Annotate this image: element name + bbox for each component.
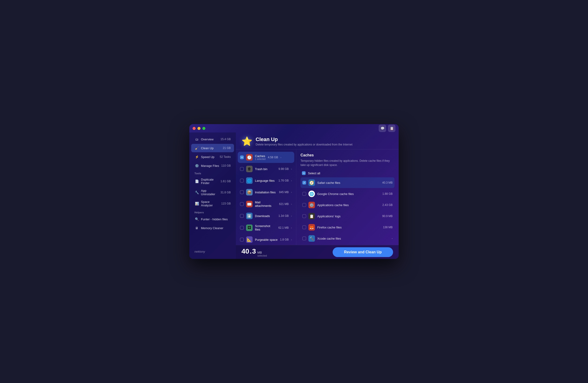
cache-name-chrome: Google Chrome cache files: [317, 192, 380, 196]
category-checkbox-mailattachments[interactable]: [240, 202, 244, 206]
memorycleaner-icon: 🖥: [194, 226, 199, 230]
cache-size-xcode: -: [392, 237, 393, 240]
cache-item-applogs[interactable]: 📋 Applications' logs 90.9 MB: [300, 211, 395, 221]
category-item-trashbin[interactable]: 🗑 Trash bin 9.98 GB ›: [238, 163, 294, 174]
funter-icon: 🔍: [194, 217, 199, 221]
category-checkbox-languagefiles[interactable]: [240, 179, 244, 182]
sidebar-item-cleanup[interactable]: 🧹 Clean Up 21 GB: [191, 144, 234, 152]
cache-checkbox-firefox[interactable]: [302, 225, 306, 229]
sidebar-label-cleanup: Clean Up: [201, 146, 221, 150]
mailattachments-arrow: ›: [291, 203, 292, 206]
title-bar: 💬 📋: [189, 124, 399, 133]
cache-checkbox-applogs[interactable]: [302, 214, 306, 218]
category-checkbox-caches[interactable]: −: [240, 155, 244, 159]
size-dot: .: [250, 247, 252, 255]
select-all-row[interactable]: − Select all: [300, 170, 395, 176]
cache-item-appcache[interactable]: ⚙️ Applications cache files 2.43 GB: [300, 200, 395, 210]
header-icons: 💬 📋: [379, 125, 395, 132]
sidebar-value-appuninstaller: 31.8 GB: [220, 191, 231, 194]
cache-size-safari: 40.3 MB: [382, 181, 393, 184]
category-checkbox-purgeablespace[interactable]: [240, 238, 244, 241]
tools-section-title: Tools: [189, 170, 236, 176]
sidebar-value-managefiles: 110 GB: [221, 164, 231, 167]
cache-checkbox-xcode[interactable]: [302, 237, 306, 240]
sidebar: 🗂 Overview 15.4 GB 🧹 Clean Up 21 GB ⚡ Sp…: [189, 133, 236, 259]
category-item-mailattachments[interactable]: ✉️ Mail attachments 621 MB ›: [238, 198, 294, 210]
purgeablespace-icon: 📐: [246, 236, 252, 243]
category-name-downloads: Downloads: [255, 214, 276, 218]
chrome-app-icon: 🌐: [308, 191, 315, 197]
size-decimal: 3: [252, 247, 256, 255]
maximize-button[interactable]: [202, 127, 205, 130]
screenshotfiles-size: 62.1 MB: [278, 226, 289, 230]
category-checkbox-downloads[interactable]: [240, 214, 244, 218]
category-name-screenshotfiles: Screenshot files: [255, 224, 276, 231]
sidebar-item-funter[interactable]: 🔍 Funter - hidden files: [191, 215, 234, 223]
category-item-screenshotfiles[interactable]: 🖼 Screenshot files 62.1 MB ›: [238, 222, 294, 233]
sidebar-item-managefiles[interactable]: ⚙️ Manage Files 110 GB: [191, 162, 234, 170]
logo: nektony: [189, 247, 236, 257]
list-icon-button[interactable]: 📋: [388, 125, 395, 132]
page-header-text: Clean Up Delete temporary files created …: [256, 136, 352, 146]
caches-arrow: ›: [280, 156, 281, 159]
appuninstaller-icon: 🔧: [194, 190, 199, 195]
sidebar-item-spaceanalyzer[interactable]: 📊 Space Analyzer 115 GB: [191, 198, 234, 209]
managefiles-icon: ⚙️: [194, 163, 199, 168]
duplicatefinder-icon: 📄: [194, 179, 199, 184]
mailattachments-icon: ✉️: [246, 201, 252, 207]
cache-name-safari: Safari cache files: [317, 181, 380, 185]
chat-icon: 💬: [380, 126, 384, 130]
downloads-size: 1.34 GB: [278, 214, 289, 217]
chat-icon-button[interactable]: 💬: [379, 125, 386, 132]
cache-item-firefox[interactable]: 🦊 Firefox cache files 138 MB: [300, 222, 395, 233]
cache-size-firefox: 138 MB: [383, 226, 393, 229]
cache-item-xcode[interactable]: 🔨 Xcode cache files -: [300, 233, 395, 244]
cache-item-chrome[interactable]: 🌐 Google Chrome cache files 1.88 GB: [300, 189, 395, 199]
minimize-button[interactable]: [197, 127, 201, 130]
size-unit: MB: [257, 251, 267, 254]
cache-checkbox-appcache[interactable]: [302, 203, 306, 207]
purgeablespace-size: 1.8 GB: [280, 238, 289, 241]
sidebar-label-appuninstaller: App Uninstaller: [201, 189, 219, 196]
sidebar-value-speedup: 52 Tasks: [220, 155, 231, 158]
category-item-caches[interactable]: − 🕐 Caches 1 selected 4.58 GB ›: [238, 152, 294, 163]
cache-size-applogs: 90.9 MB: [382, 214, 393, 218]
cache-item-safari[interactable]: ✓ 🧭 Safari cache files 40.3 MB: [300, 177, 395, 188]
sidebar-item-memorycleaner[interactable]: 🖥 Memory Cleaner: [191, 224, 234, 232]
cache-checkbox-chrome[interactable]: [302, 192, 306, 196]
trashbin-icon: 🗑: [246, 166, 252, 172]
purgeablespace-arrow: ›: [291, 238, 292, 241]
trashbin-arrow: ›: [291, 168, 292, 170]
sidebar-item-overview[interactable]: 🗂 Overview 15.4 GB: [191, 135, 234, 143]
category-checkbox-installationfiles[interactable]: [240, 190, 244, 194]
installationfiles-icon: 📦: [246, 189, 252, 195]
select-all-checkbox[interactable]: −: [302, 171, 306, 175]
sidebar-value-spaceanalyzer: 115 GB: [221, 202, 231, 205]
category-checkbox-trashbin[interactable]: [240, 167, 244, 171]
cache-name-appcache: Applications cache files: [317, 203, 380, 207]
review-clean-up-button[interactable]: Review and Clean Up: [333, 247, 393, 257]
screenshotfiles-arrow: ›: [291, 226, 292, 229]
sidebar-value-duplicatefinder: 1.61 GB: [220, 180, 231, 183]
sidebar-item-speedup[interactable]: ⚡ Speed Up 52 Tasks: [191, 153, 234, 161]
sidebar-item-appuninstaller[interactable]: 🔧 App Uninstaller 31.8 GB: [191, 187, 234, 198]
sidebar-label-spaceanalyzer: Space Analyzer: [201, 200, 219, 207]
category-item-languagefiles[interactable]: 🌐 Language files 1.76 GB ›: [238, 175, 294, 186]
checkmark-icon: ✓: [303, 182, 305, 184]
category-list: − 🕐 Caches 1 selected 4.58 GB › 🗑: [236, 150, 296, 245]
cache-name-xcode: Xcode cache files: [317, 237, 389, 240]
close-button[interactable]: [193, 127, 196, 130]
detail-title: Caches: [300, 153, 395, 157]
category-item-downloads[interactable]: ⬇️ Downloads 1.34 GB ›: [238, 210, 294, 221]
sidebar-label-duplicatefinder: Duplicate Finder: [201, 178, 219, 185]
appcache-app-icon: ⚙️: [308, 202, 315, 208]
sidebar-label-memorycleaner: Memory Cleaner: [201, 226, 231, 230]
cache-checkbox-safari[interactable]: ✓: [302, 181, 306, 185]
category-checkbox-screenshotfiles[interactable]: [240, 226, 244, 230]
select-all-minus-icon: −: [303, 172, 305, 175]
sidebar-item-duplicatefinder[interactable]: 📄 Duplicate Finder 1.61 GB: [191, 176, 234, 187]
category-item-purgeablespace[interactable]: 📐 Purgeable space 1.8 GB ›: [238, 234, 294, 245]
caches-size: 4.58 GB: [268, 156, 278, 159]
category-item-installationfiles[interactable]: 📦 Installation files 845 MB ›: [238, 187, 294, 198]
category-name-mailattachments: Mail attachments: [255, 201, 277, 208]
